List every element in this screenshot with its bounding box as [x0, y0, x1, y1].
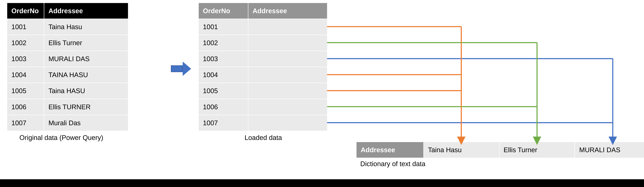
table-row: 1002 — [198, 35, 327, 51]
loaded-header-orderno: OrderNo — [198, 3, 248, 19]
loaded-table-caption: Loaded data — [244, 134, 282, 142]
table-cell: Taina HASU — [44, 83, 128, 99]
transform-arrow-icon — [171, 62, 192, 76]
table-cell: 1005 — [198, 83, 248, 99]
table-cell: 1002 — [7, 35, 44, 51]
table-cell — [248, 35, 327, 51]
table-row: 1003MURALI DAS — [7, 51, 128, 67]
original-table-caption: Original data (Power Query) — [20, 134, 103, 142]
table-cell: Ellis TURNER — [44, 99, 128, 115]
table-cell: 1004 — [7, 67, 44, 83]
table-cell: 1007 — [198, 115, 248, 131]
table-cell: Taina Hasu — [44, 19, 128, 35]
table-row: 1006 — [198, 99, 327, 115]
table-cell — [248, 99, 327, 115]
dict-value-cell: Taina Hasu — [424, 142, 499, 158]
table-cell: 1002 — [198, 35, 248, 51]
table-row: 1002Ellis Turner — [7, 35, 128, 51]
table-cell — [248, 115, 327, 131]
table-cell: 1006 — [7, 99, 44, 115]
loaded-header-addressee: Addressee — [248, 3, 327, 19]
orig-header-addressee: Addressee — [44, 3, 128, 19]
table-cell: TAINA HASU — [44, 67, 128, 83]
table-cell: 1005 — [7, 83, 44, 99]
bottom-black-bar — [0, 179, 644, 187]
original-data-table: OrderNo Addressee 1001Taina Hasu1002Elli… — [7, 3, 128, 131]
table-cell — [248, 83, 327, 99]
dict-value-cell: Ellis Turner — [499, 142, 575, 158]
table-row: 1003 — [198, 51, 327, 67]
dictionary-table: Addressee Taina HasuEllis TurnerMURALI D… — [356, 142, 644, 158]
table-cell: 1004 — [198, 67, 248, 83]
table-row: 1005 — [198, 83, 327, 99]
table-cell: 1003 — [7, 51, 44, 67]
dict-value-cell: MURALI DAS — [575, 142, 644, 158]
table-cell: MURALI DAS — [44, 51, 128, 67]
table-row: 1001Taina Hasu — [7, 19, 128, 35]
table-row: 1006Ellis TURNER — [7, 99, 128, 115]
table-cell — [248, 19, 327, 35]
table-row: 1004 — [198, 67, 327, 83]
orig-header-orderno: OrderNo — [7, 3, 44, 19]
table-row: 1005Taina HASU — [7, 83, 128, 99]
table-cell: 1006 — [198, 99, 248, 115]
loaded-data-table: OrderNo Addressee 1001100210031004100510… — [198, 3, 328, 131]
table-cell — [248, 51, 327, 67]
table-cell: Ellis Turner — [44, 35, 128, 51]
dict-header: Addressee — [356, 142, 424, 158]
table-row: 1001 — [198, 19, 327, 35]
table-cell: 1007 — [7, 115, 44, 131]
table-cell — [248, 67, 327, 83]
table-row: 1007 — [198, 115, 327, 131]
table-cell: 1001 — [7, 19, 44, 35]
table-cell: 1001 — [198, 19, 248, 35]
table-cell: 1003 — [198, 51, 248, 67]
table-row: 1004TAINA HASU — [7, 67, 128, 83]
dictionary-caption: Dictionary of text data — [360, 160, 426, 168]
table-row: 1007Murali Das — [7, 115, 128, 131]
table-cell: Murali Das — [44, 115, 128, 131]
